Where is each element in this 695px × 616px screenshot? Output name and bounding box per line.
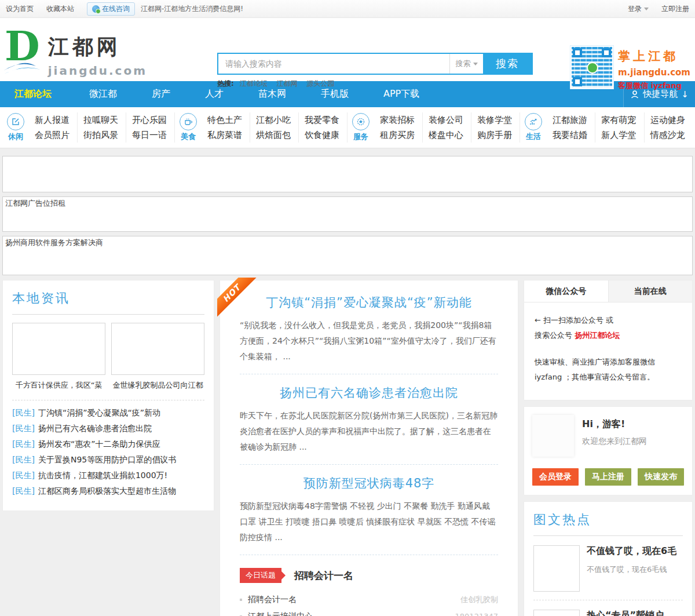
topic-list-item[interactable]: 招聘会计一名 佳创乳胶制 bbox=[240, 591, 498, 608]
news-list-item[interactable]: [民生]扬州发布“惠农”十二条助力保供应 bbox=[12, 436, 204, 452]
ad-banner-1[interactable] bbox=[2, 156, 693, 192]
subnav-link[interactable]: 会员照片 bbox=[35, 129, 77, 141]
subnav-link[interactable]: 私房菜谱 bbox=[207, 129, 250, 141]
register-now-button[interactable]: 马上注册 bbox=[585, 468, 631, 486]
set-home-link[interactable]: 设为首页 bbox=[6, 4, 34, 14]
qr-finder-icon bbox=[602, 48, 611, 57]
hot-image-texts: 不值钱了哎，现在6毛 不值钱了哎，现在6毛钱 bbox=[587, 545, 676, 592]
article-title[interactable]: 丁沟镇“涓捐”爱心凝聚战“疫”新动能 bbox=[240, 294, 498, 311]
subnav-link[interactable]: 街拍风景 bbox=[83, 129, 126, 141]
article-excerpt: “别说我老，没什么收入，但我是党员，老党员，我捐200块”“我捐8箱方便面，24… bbox=[240, 318, 498, 365]
topbar: 设为首页 收藏本站 在线咨询 江都网-江都地方生活消费信息网! 登录 立即注册 bbox=[0, 0, 695, 18]
search-button[interactable]: 搜索 bbox=[483, 54, 532, 74]
register-link[interactable]: 立即注册 bbox=[661, 4, 689, 14]
news-list-item[interactable]: [民生]江都区商务局积极落实大型超市生活物 bbox=[12, 483, 204, 499]
category-label: 生活 bbox=[520, 132, 547, 142]
news-list-item[interactable]: [民生]扬州已有六名确诊患者治愈出院 bbox=[12, 421, 204, 436]
subnav-link[interactable]: 家装招标 bbox=[380, 114, 422, 126]
category-label: 服务 bbox=[348, 132, 374, 142]
nav-item-wei-jiangdu[interactable]: 微江都 bbox=[72, 81, 134, 107]
subnav-link[interactable]: 拉呱聊天 bbox=[83, 114, 126, 126]
subnav-link[interactable]: 购房手册 bbox=[477, 129, 520, 141]
edit-icon bbox=[7, 113, 24, 130]
hot-keyword-3[interactable]: 源头公园 bbox=[306, 79, 334, 88]
login-link[interactable]: 登录 bbox=[628, 4, 649, 14]
link-column: 开心乐园 每日一语 bbox=[126, 112, 175, 143]
search-scope-select[interactable]: 搜索 bbox=[449, 54, 483, 74]
quick-post-button[interactable]: 快速发布 bbox=[638, 468, 684, 486]
subnav-link[interactable]: 饮食健康 bbox=[305, 129, 347, 141]
news-thumb-caption: 金世缘乳胶制品公司向江都 bbox=[111, 380, 204, 391]
subnav-link[interactable]: 我爱零食 bbox=[305, 114, 347, 126]
subnav-link[interactable]: 情感沙龙 bbox=[650, 129, 693, 141]
sidebar: 微信公众号 当前在线 ← 扫一扫添加公众号 或 搜索公众号 扬州江都论坛 快速审… bbox=[524, 280, 693, 616]
tab-wechat-official[interactable]: 微信公众号 bbox=[524, 280, 608, 302]
wechat-note: 快速审核、商业推广请添加客服微信 iyzfang ；其他事宜请公众号留言。 bbox=[535, 355, 682, 385]
subnav-link[interactable]: 江都小吃 bbox=[256, 114, 298, 126]
subnav-link[interactable]: 烘焙面包 bbox=[256, 129, 298, 141]
category-strip: 休闲 新人报道 会员照片 拉呱聊天 街拍风景 开心乐园 每日一语 美食 特色土产… bbox=[0, 107, 695, 148]
hot-images-card: 图文热点 不值钱了哎，现在6毛 不值钱了哎，现在6毛钱 热心“专员”帮销户 热心… bbox=[524, 501, 693, 616]
ad-banner-3[interactable]: 扬州商用软件服务方案解决商 bbox=[2, 236, 693, 275]
category-group-leisure: 休闲 新人报道 会员照片 拉呱聊天 街拍风景 开心乐园 每日一语 bbox=[2, 107, 175, 148]
news-thumb-item[interactable]: 金世缘乳胶制品公司向江都 bbox=[111, 323, 204, 391]
nav-item-house[interactable]: 房产 bbox=[134, 81, 188, 107]
ad-banner-2[interactable]: 江都网广告位招租 bbox=[2, 196, 693, 232]
wechat-tabs-card: 微信公众号 当前在线 ← 扫一扫添加公众号 或 搜索公众号 扬州江都论坛 快速审… bbox=[524, 280, 693, 400]
news-thumb-item[interactable]: 千方百计保供应，我区“菜 bbox=[12, 323, 105, 391]
subnav-link[interactable]: 装修公司 bbox=[429, 114, 471, 126]
article-title[interactable]: 预防新型冠状病毒48字 bbox=[240, 475, 498, 491]
qr-title: 掌上江都 bbox=[618, 48, 690, 64]
nav-item-forum[interactable]: 江都论坛 bbox=[0, 81, 72, 107]
hot-image-item[interactable]: 热心“专员”帮销户 热心“专员”帮销户 小伙拆东补西被骗7万 bbox=[533, 610, 683, 616]
bookmark-link[interactable]: 收藏本站 bbox=[46, 4, 74, 14]
hot-keyword-1[interactable]: 江都论坛 bbox=[240, 79, 268, 88]
login-caret-icon bbox=[644, 8, 649, 10]
logo-texts: 江都网 jiangdu.com bbox=[48, 24, 147, 78]
wechat-account-link[interactable]: 扬州江都论坛 bbox=[575, 331, 620, 340]
subnav-link[interactable]: 江都旅游 bbox=[553, 114, 595, 126]
link-column: 家装招标 租房买房 bbox=[374, 112, 423, 143]
online-service-button[interactable]: 在线咨询 bbox=[87, 2, 135, 16]
subnav-link[interactable]: 租房买房 bbox=[380, 129, 422, 141]
site-logo[interactable]: D 江都网 jiangdu.com bbox=[5, 24, 147, 78]
logo-wave-icon bbox=[2, 58, 54, 75]
hot-image-texts: 热心“专员”帮销户 热心“专员”帮销户 小伙拆东补西被骗7万 bbox=[587, 610, 683, 616]
article-title[interactable]: 扬州已有六名确诊患者治愈出院 bbox=[240, 385, 498, 401]
tab-online-now[interactable]: 当前在线 bbox=[608, 280, 693, 302]
user-greeting: Hi，游客! bbox=[582, 418, 647, 431]
subnav-link[interactable]: 楼盘中心 bbox=[429, 129, 471, 141]
subnav-link[interactable]: 装修学堂 bbox=[477, 114, 520, 126]
news-list-item[interactable]: [民生]关于置换N95等医用防护口罩的倡议书 bbox=[12, 452, 204, 468]
hot-search-line: 热搜: 江都论坛 江都网 源头公园 bbox=[217, 79, 533, 89]
hot-image-item[interactable]: 不值钱了哎，现在6毛 不值钱了哎，现在6毛钱 bbox=[533, 545, 683, 592]
today-topic-headline[interactable]: 招聘会计一名 bbox=[294, 569, 353, 582]
search-input[interactable] bbox=[218, 54, 449, 74]
news-list-item[interactable]: [民生]丁沟镇“涓捐”爱心凝聚战“疫”新动 bbox=[12, 405, 204, 421]
category-label: 美食 bbox=[175, 132, 202, 142]
qr-domain: m.jiangdu.com bbox=[618, 67, 690, 78]
category-icon-col: 休闲 bbox=[2, 113, 29, 142]
wechat-bubble-icon bbox=[587, 62, 598, 74]
member-login-button[interactable]: 会员登录 bbox=[532, 468, 579, 486]
subnav-link[interactable]: 新人报道 bbox=[35, 114, 77, 126]
subnav-link[interactable]: 新人学堂 bbox=[601, 129, 643, 141]
news-list-item[interactable]: [民生]抗击疫情，江都建筑业捐款1000万! bbox=[12, 468, 204, 483]
link-column: 新人报道 会员照片 bbox=[29, 112, 78, 143]
featured-articles-card: HOT 丁沟镇“涓捐”爱心凝聚战“疫”新动能 “别说我老，没什么收入，但我是党员… bbox=[220, 280, 518, 616]
main-content: 本地资讯 千方百计保供应，我区“菜 金世缘乳胶制品公司向江都 [民生]丁沟镇“涓… bbox=[2, 280, 693, 616]
featured-article: 扬州已有六名确诊患者治愈出院 昨天下午，在苏北人民医院新区分院(扬州市第三人民医… bbox=[240, 374, 498, 465]
user-buttons: 会员登录 马上注册 快速发布 bbox=[532, 468, 684, 486]
subnav-link[interactable]: 每日一语 bbox=[132, 129, 174, 141]
topic-list-item[interactable]: 江都上元培训中心 180121347 bbox=[240, 608, 498, 616]
qr-wechat-id: 客服微信 iyzfang bbox=[618, 81, 690, 91]
site-slogan: 江都网-江都地方生活消费信息网! bbox=[141, 4, 243, 14]
subnav-link[interactable]: 开心乐园 bbox=[132, 114, 174, 126]
subnav-link[interactable]: 运动健身 bbox=[650, 114, 693, 126]
category-label: 休闲 bbox=[2, 132, 29, 142]
subnav-link[interactable]: 特色土产 bbox=[207, 114, 250, 126]
link-column: 江都旅游 我要结婚 bbox=[547, 112, 595, 143]
hot-keyword-2[interactable]: 江都网 bbox=[276, 79, 297, 88]
subnav-link[interactable]: 我要结婚 bbox=[553, 129, 595, 141]
subnav-link[interactable]: 家有萌宠 bbox=[601, 114, 643, 126]
